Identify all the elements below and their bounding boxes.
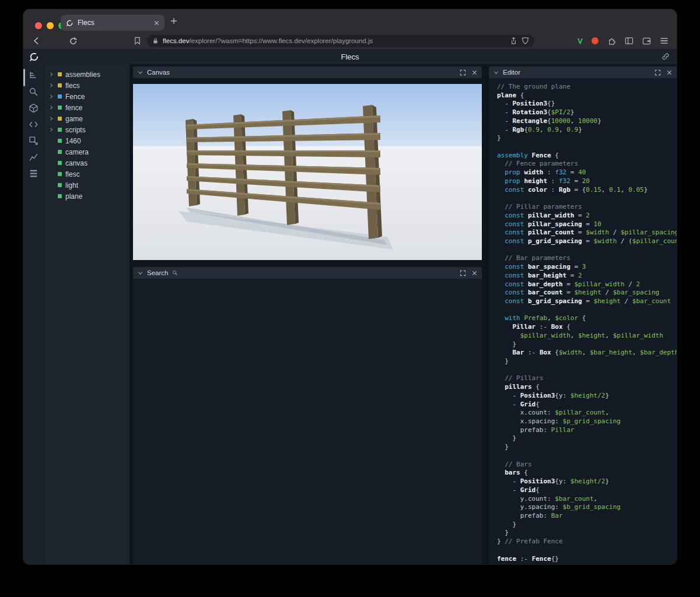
expand-chevron-icon[interactable]: [49, 72, 54, 77]
code-line: [497, 194, 677, 203]
browser-tab[interactable]: Flecs: [61, 15, 164, 31]
tree-item-assemblies[interactable]: assemblies: [44, 69, 130, 80]
tree-item-label: flesc: [65, 170, 80, 178]
canvas-panel-title: Canvas: [147, 69, 170, 76]
code-line: // Fence parameters: [497, 160, 677, 168]
tree-item-flecs[interactable]: flecs: [44, 80, 130, 91]
entity-tree-icon[interactable]: [29, 70, 39, 80]
search-panel-header: Search: [133, 267, 482, 279]
code-line: }: [497, 443, 677, 452]
reload-icon[interactable]: [69, 37, 78, 45]
bookmark-icon[interactable]: [134, 37, 141, 45]
url-text: flecs.dev/explorer/?wasm=https://www.fle…: [163, 37, 506, 44]
menu-hamburger-icon[interactable]: [660, 37, 668, 44]
code-line: const bar_depth = $pillar_width / 2: [497, 280, 677, 289]
code-line: [497, 546, 677, 555]
extension-red-dot-icon[interactable]: [592, 37, 598, 44]
tree-item-label: fence: [65, 104, 82, 112]
code-line: plane {: [497, 92, 677, 100]
tree-item-Fence[interactable]: Fence: [44, 91, 130, 102]
extensions-puzzle-icon[interactable]: [607, 37, 616, 45]
entity-swatch-icon: [58, 150, 62, 154]
tree-item-fence[interactable]: fence: [44, 102, 130, 113]
code-line: fence :- Fence{}: [497, 555, 677, 564]
chevron-down-icon[interactable]: [138, 271, 143, 276]
app-main: assembliesflecsFencefencegamescripts1460…: [23, 64, 677, 564]
code-line: const bar_height = 2: [497, 272, 677, 280]
new-tab-button[interactable]: [170, 17, 177, 24]
code-line: // Pillar parameters: [497, 203, 677, 212]
code-line: - Position3{y: $height/2}: [497, 392, 677, 401]
sidebar-toggle-icon[interactable]: [625, 37, 634, 45]
tree-item-canvas[interactable]: canvas: [44, 157, 130, 168]
expand-chevron-icon[interactable]: [49, 105, 54, 110]
code-line: pillars {: [497, 383, 677, 392]
code-line: assembly Fence {: [497, 152, 677, 160]
tree-item-camera[interactable]: camera: [44, 146, 130, 157]
code-line: }: [497, 357, 677, 366]
browser-toolbar: flecs.dev/explorer/?wasm=https://www.fle…: [23, 33, 677, 49]
code-line: } // Prefab Fence: [497, 538, 677, 546]
brave-shield-icon[interactable]: [522, 37, 529, 45]
expand-chevron-icon[interactable]: [49, 127, 54, 132]
expand-chevron-icon[interactable]: [49, 83, 54, 88]
tab-title: Flecs: [78, 19, 94, 27]
query-search-icon[interactable]: [29, 86, 39, 97]
extension-v-icon[interactable]: V: [578, 37, 583, 45]
code-line: const p_grid_spacing = $width / ($pillar…: [497, 237, 677, 246]
code-line: // Bar parameters: [497, 254, 677, 263]
tree-item-label: light: [65, 181, 78, 189]
code-editor[interactable]: // The ground planeplane { - Position3{}…: [489, 78, 677, 564]
tree-item-label: assemblies: [65, 71, 100, 79]
back-icon[interactable]: [32, 36, 41, 45]
expand-panel-icon[interactable]: [654, 69, 661, 76]
search-results-area[interactable]: [133, 279, 482, 564]
expand-chevron-icon[interactable]: [49, 116, 54, 121]
code-line: [497, 306, 677, 315]
close-panel-icon[interactable]: [667, 70, 672, 75]
tree-item-light[interactable]: light: [44, 180, 130, 191]
entity-tree: assembliesflecsFencefencegamescripts1460…: [44, 64, 130, 564]
stats-chart-icon[interactable]: [29, 152, 39, 162]
code-line: x.count: $pillar_count,: [497, 409, 677, 417]
lock-icon: [152, 37, 159, 44]
scene-cube-icon[interactable]: [29, 103, 39, 113]
url-bar[interactable]: flecs.dev/explorer/?wasm=https://www.fle…: [147, 35, 534, 47]
tab-favicon-flecs-icon: [66, 19, 74, 27]
close-panel-icon[interactable]: [472, 70, 477, 75]
code-line: Pillar :- Box {: [497, 323, 677, 332]
tree-item-scripts[interactable]: scripts: [44, 124, 130, 135]
tree-item-plane[interactable]: plane: [44, 191, 130, 202]
chevron-down-icon[interactable]: [138, 70, 143, 75]
share-icon[interactable]: [510, 37, 517, 45]
close-window-button[interactable]: [35, 22, 42, 29]
close-panel-icon[interactable]: [472, 271, 477, 276]
forward-icon[interactable]: [50, 36, 60, 45]
tree-item-label: camera: [65, 148, 89, 156]
code-line: - Position3{y: $height/2}: [497, 477, 677, 486]
chevron-down-icon[interactable]: [494, 70, 499, 75]
url-domain: flecs.dev: [163, 37, 189, 44]
canvas-3d-viewport[interactable]: [133, 84, 482, 260]
tree-item-flesc[interactable]: flesc: [44, 168, 130, 180]
wallet-icon[interactable]: [642, 37, 651, 45]
expand-panel-icon[interactable]: [460, 69, 466, 76]
inspector-cursor-icon[interactable]: [29, 135, 39, 146]
entity-swatch-icon: [58, 128, 62, 132]
tree-item-label: canvas: [65, 159, 88, 167]
entity-swatch-icon: [58, 172, 62, 176]
code-icon[interactable]: [29, 119, 39, 129]
module-swatch-icon: [58, 72, 62, 76]
tree-item-1460[interactable]: 1460: [44, 135, 130, 146]
expand-chevron-icon[interactable]: [49, 94, 54, 99]
code-line: // Bars: [497, 461, 677, 469]
expand-panel-icon[interactable]: [460, 270, 466, 276]
minimize-window-button[interactable]: [47, 22, 54, 29]
tree-item-label: game: [65, 115, 83, 123]
editor-panel-header: Editor: [489, 66, 677, 78]
journal-rows-icon[interactable]: [29, 168, 39, 178]
tab-close-icon[interactable]: [154, 20, 159, 26]
code-line: bars {: [497, 469, 677, 477]
tree-item-game[interactable]: game: [44, 113, 130, 124]
center-column: Canvas: [130, 64, 485, 564]
